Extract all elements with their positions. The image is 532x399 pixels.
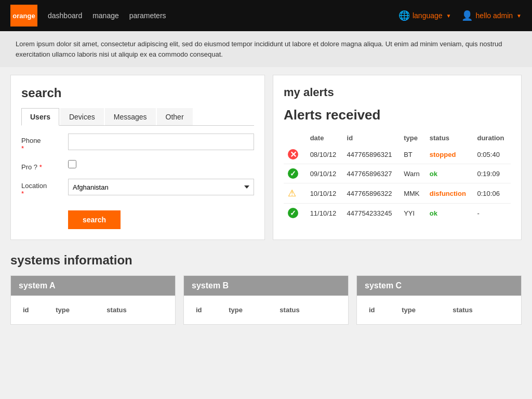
- system-b-card: system B id type status: [183, 275, 349, 325]
- alert-status-1: ok: [425, 164, 473, 183]
- user-icon: 👤: [461, 10, 473, 21]
- system-a-col-type: type: [51, 303, 102, 316]
- system-b-header-row: id type status: [192, 303, 340, 316]
- alert-icon-1: ✓: [284, 164, 306, 183]
- alert-type-1: Warn: [400, 164, 425, 183]
- alerts-title: my alerts: [284, 86, 511, 99]
- alert-type-0: BT: [400, 145, 425, 164]
- search-button[interactable]: search: [68, 210, 121, 229]
- alert-duration-3: -: [473, 204, 511, 223]
- alert-status-3: ok: [425, 204, 473, 223]
- search-title: search: [21, 86, 254, 100]
- alert-id-1: 447765896327: [343, 164, 400, 183]
- alert-date-3: 11/10/12: [306, 204, 343, 223]
- logo: orange: [10, 5, 37, 26]
- nav-dashboard[interactable]: dashboard: [48, 11, 82, 20]
- alert-duration-0: 0:05:40: [473, 145, 511, 164]
- alert-row-1: ✓09/10/12447765896327Warnok0:19:09: [284, 164, 511, 183]
- systems-title: systems information: [10, 253, 522, 268]
- globe-icon: 🌐: [398, 10, 410, 21]
- language-button[interactable]: 🌐 language ▼: [398, 10, 451, 21]
- ok-icon: ✓: [288, 208, 298, 218]
- language-chevron-icon: ▼: [446, 13, 451, 19]
- col-duration: duration: [473, 131, 511, 145]
- alerts-panel: my alerts Alerts received date id type s…: [273, 75, 522, 240]
- system-a-card: system A id type status: [10, 275, 176, 325]
- tab-users[interactable]: Users: [21, 108, 59, 126]
- tab-other[interactable]: Other: [157, 108, 193, 125]
- alert-date-2: 10/10/12: [306, 183, 343, 204]
- system-c-card: system C id type status: [356, 275, 522, 325]
- nav-parameters[interactable]: parameters: [129, 11, 166, 20]
- banner-text: Lorem ipsum dolor sit amet, consectetur …: [16, 40, 502, 58]
- pro-checkbox-group: [68, 160, 76, 168]
- system-c-header-row: id type status: [365, 303, 513, 316]
- alert-id-3: 447754233245: [343, 204, 400, 223]
- system-a-col-id: id: [19, 303, 51, 316]
- alert-icon-3: ✓: [284, 204, 306, 223]
- system-c-table: id type status: [365, 303, 513, 316]
- alert-duration-2: 0:10:06: [473, 183, 511, 204]
- warn-icon: ⚠: [288, 188, 296, 198]
- location-field-group: Location * Afghanistan Albania Algeria F…: [21, 179, 254, 197]
- main-content: search Users Devices Messages Other Phon…: [0, 67, 532, 248]
- col-id: id: [343, 131, 400, 145]
- system-c-col-type: type: [397, 303, 448, 316]
- systems-section: systems information system A id type sta…: [0, 248, 532, 335]
- phone-input[interactable]: [68, 134, 254, 150]
- header: orange dashboard manage parameters 🌐 lan…: [0, 0, 532, 31]
- search-tabs: Users Devices Messages Other: [21, 108, 254, 126]
- alert-date-0: 08/10/12: [306, 145, 343, 164]
- alert-row-3: ✓11/10/12447754233245YYIok-: [284, 204, 511, 223]
- pro-field-group: Pro ? *: [21, 160, 254, 171]
- banner: Lorem ipsum dolor sit amet, consectetur …: [0, 31, 532, 67]
- system-c-col-id: id: [365, 303, 397, 316]
- system-b-col-type: type: [224, 303, 275, 316]
- alert-type-3: YYI: [400, 204, 425, 223]
- alert-type-2: MMK: [400, 183, 425, 204]
- system-a-body: id type status: [11, 296, 175, 324]
- user-label: hello admin: [475, 11, 513, 20]
- system-c-body: id type status: [357, 296, 521, 324]
- system-b-table: id type status: [192, 303, 340, 316]
- error-icon: ✕: [288, 149, 298, 159]
- col-icon: [284, 131, 306, 145]
- pro-checkbox[interactable]: [68, 160, 76, 168]
- alert-id-2: 447765896322: [343, 183, 400, 204]
- alert-date-1: 09/10/12: [306, 164, 343, 183]
- location-select[interactable]: Afghanistan Albania Algeria France Germa…: [68, 179, 254, 195]
- phone-label: Phone *: [21, 134, 68, 152]
- tab-messages[interactable]: Messages: [105, 108, 156, 125]
- tab-devices[interactable]: Devices: [60, 108, 104, 125]
- user-menu-button[interactable]: 👤 hello admin ▼: [461, 10, 522, 21]
- systems-grid: system A id type status system B: [10, 275, 522, 325]
- system-a-col-status: status: [102, 303, 167, 316]
- system-a-header-row: id type status: [19, 303, 167, 316]
- search-panel: search Users Devices Messages Other Phon…: [10, 75, 265, 240]
- main-nav: dashboard manage parameters: [48, 11, 398, 20]
- col-status: status: [425, 131, 473, 145]
- search-button-row: search: [21, 205, 254, 229]
- alerts-subtitle: Alerts received: [284, 107, 511, 123]
- alert-duration-1: 0:19:09: [473, 164, 511, 183]
- location-label: Location *: [21, 179, 68, 197]
- system-a-header: system A: [11, 276, 175, 296]
- system-a-table: id type status: [19, 303, 167, 316]
- system-c-header: system C: [357, 276, 521, 296]
- alerts-table-header-row: date id type status duration: [284, 131, 511, 145]
- logo-text: orange: [12, 12, 35, 20]
- user-chevron-icon: ▼: [516, 13, 522, 19]
- system-b-col-status: status: [275, 303, 340, 316]
- system-c-col-status: status: [448, 303, 513, 316]
- system-b-col-id: id: [192, 303, 224, 316]
- col-date: date: [306, 131, 343, 145]
- system-b-header: system B: [184, 276, 348, 296]
- ok-icon: ✓: [288, 168, 298, 179]
- nav-manage[interactable]: manage: [92, 11, 119, 20]
- alert-icon-0: ✕: [284, 145, 306, 164]
- alert-id-0: 447765896321: [343, 145, 400, 164]
- alert-status-2: disfunction: [425, 183, 473, 204]
- alert-status-0: stopped: [425, 145, 473, 164]
- phone-field-group: Phone *: [21, 134, 254, 152]
- alert-row-0: ✕08/10/12447765896321BTstopped0:05:40: [284, 145, 511, 164]
